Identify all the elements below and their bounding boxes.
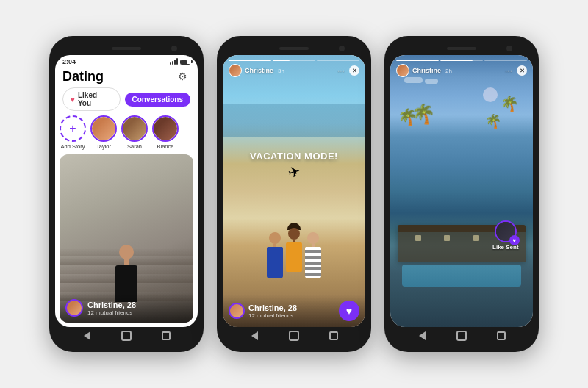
story-username: Christine	[245, 67, 273, 74]
profile-mutual: 12 mutual friends	[87, 309, 136, 316]
story-profile-row: Christine, 28 12 mutual friends	[229, 303, 297, 319]
sarah-label: Sarah	[127, 143, 142, 150]
recent-button[interactable]	[159, 329, 173, 342]
more-options-icon-3[interactable]: ···	[505, 65, 512, 76]
stories-row: + Add Story Taylor Sarah Bianc	[55, 115, 198, 154]
phone-2-top	[223, 43, 365, 54]
phone-3: 🌴 🌴 🌴 🌴	[384, 36, 539, 352]
story-3-progress-bars	[396, 60, 527, 61]
vacation-mode-text: VACATION MODE!	[250, 151, 338, 162]
like-button[interactable]: ♥	[339, 301, 359, 321]
taylor-avatar[interactable]	[90, 115, 117, 142]
back-icon	[84, 331, 90, 340]
phone-2: Christine 3h ··· ✕ VACATION MODE! ✈	[217, 36, 371, 352]
phone-2-screen: Christine 3h ··· ✕ VACATION MODE! ✈	[223, 55, 365, 327]
prog-bar-3	[484, 60, 527, 61]
story-header-row: Christine 3h ··· ✕	[229, 64, 359, 77]
story-people	[267, 223, 321, 278]
phone-3-screen: 🌴 🌴 🌴 🌴	[390, 55, 533, 327]
story-3-time: 2h	[445, 68, 452, 74]
gear-icon: ⚙	[178, 71, 187, 82]
palm-tree-4: 🌴	[485, 115, 501, 128]
close-story-button[interactable]: ✕	[349, 65, 359, 76]
conversations-tab[interactable]: Conversations	[125, 93, 190, 107]
battery-icon	[180, 60, 190, 65]
story-3-header-row: Christine 2h ··· ✕	[396, 64, 527, 77]
story-2-bottom: Christine, 28 12 mutual friends ♥	[223, 295, 365, 327]
story-2-top-bar: Christine 3h ··· ✕	[223, 55, 365, 79]
story-profile-mutual: 12 mutual friends	[248, 312, 297, 319]
back-button-3[interactable]	[415, 329, 429, 342]
close-icon: ✕	[352, 68, 357, 74]
story-3-top-bar: Christine 2h ··· ✕	[390, 55, 533, 79]
tabs-row: ♥ Liked You Conversations	[55, 87, 198, 115]
heart-icon: ♥	[346, 305, 352, 317]
profile-mini-avatar	[65, 299, 83, 317]
bianca-label: Bianca	[157, 143, 174, 150]
recent-icon	[162, 331, 171, 340]
home-button-2[interactable]	[287, 329, 301, 342]
story-3-user-info: Christine 2h	[396, 64, 452, 77]
story-3-top-icons: ··· ✕	[505, 65, 527, 76]
story-3-user-avatar	[396, 64, 409, 77]
airplane-emoji: ✈	[286, 162, 303, 182]
signal-icon	[170, 59, 178, 65]
phone-1: 2:04 Dating ⚙ ♥	[49, 36, 204, 352]
add-story-item[interactable]: + Add Story	[60, 115, 86, 150]
add-story-label: Add Story	[61, 143, 85, 150]
taylor-label: Taylor	[96, 143, 111, 150]
home-button-3[interactable]	[455, 329, 468, 342]
story-3-username: Christine	[412, 67, 441, 74]
heart-icon-small: ♥	[512, 237, 516, 244]
person-3	[305, 232, 321, 278]
sarah-avatar[interactable]	[121, 115, 148, 142]
more-options-icon[interactable]: ···	[337, 65, 345, 76]
home-icon	[121, 331, 132, 341]
story-user-info: Christine 3h	[229, 64, 284, 77]
like-sent-avatar-container: ♥	[495, 220, 517, 242]
add-story-button[interactable]: +	[60, 115, 86, 142]
story-profile-name: Christine, 28	[248, 303, 297, 312]
profile-card[interactable]: Christine, 28 12 mutual friends	[60, 154, 193, 323]
story-sarah[interactable]: Sarah	[121, 115, 148, 150]
heart-icon: ♥	[71, 96, 75, 104]
settings-button[interactable]: ⚙	[174, 68, 190, 85]
dating-header: Dating ⚙	[55, 67, 198, 87]
home-icon-3	[456, 331, 467, 341]
recent-icon-3	[497, 331, 506, 340]
prog-bar-2	[440, 60, 483, 61]
profile-text: Christine, 28 12 mutual friends	[87, 301, 136, 316]
speaker-2	[279, 47, 309, 50]
close-icon-3: ✕	[520, 68, 525, 74]
recent-button-2[interactable]	[327, 329, 340, 342]
story-taylor[interactable]: Taylor	[90, 115, 117, 150]
home-button[interactable]	[120, 329, 133, 342]
pool	[402, 265, 522, 287]
back-button-2[interactable]	[248, 329, 261, 342]
bianca-avatar[interactable]	[152, 115, 179, 142]
liked-you-tab[interactable]: ♥ Liked You	[62, 87, 121, 111]
palm-tree-2: 🌴	[412, 104, 435, 123]
profile-info-overlay: Christine, 28 12 mutual friends	[60, 293, 193, 323]
back-icon-2	[251, 331, 258, 340]
progress-bars	[229, 60, 359, 61]
story-bianca[interactable]: Bianca	[152, 115, 179, 150]
camera	[171, 46, 177, 51]
close-story-button-3[interactable]: ✕	[517, 65, 527, 76]
progress-bar-1	[229, 60, 271, 61]
story-top-icons: ··· ✕	[337, 65, 359, 76]
moon-decoration	[483, 87, 498, 102]
prog-bar-1	[396, 60, 439, 61]
progress-bar-2	[273, 60, 315, 61]
phone-3-nav	[390, 327, 533, 345]
back-button[interactable]	[80, 329, 93, 342]
story-3-screen: 🌴 🌴 🌴 🌴	[390, 55, 533, 327]
phone-3-top	[390, 43, 533, 54]
story-time: 3h	[278, 68, 284, 74]
phone-1-nav	[55, 327, 198, 345]
conversations-label: Conversations	[132, 96, 183, 104]
recent-button-3[interactable]	[495, 329, 508, 342]
story-mini-avatar	[229, 303, 245, 319]
status-icons	[170, 59, 190, 65]
vacation-text-overlay: VACATION MODE! ✈	[250, 151, 338, 182]
